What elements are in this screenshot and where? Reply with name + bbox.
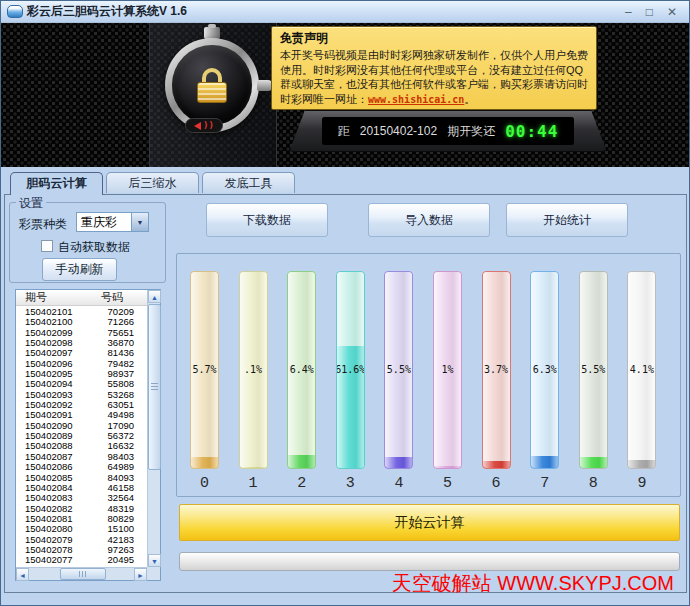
countdown-suffix: 期开奖还	[447, 123, 495, 140]
thumb-grip-icon	[151, 383, 158, 390]
bar-fill	[288, 455, 315, 468]
cell-number: 32564	[92, 493, 134, 503]
bar-category-label: 3	[336, 475, 365, 492]
table-row[interactable]: 15040208332564	[16, 493, 147, 503]
cell-issue: 150402083	[16, 493, 92, 503]
bar-fill	[580, 457, 607, 468]
issue-number: 20150402-102	[360, 124, 437, 138]
window-controls: – □ ✕	[625, 2, 683, 22]
history-table: 期号 号码 1504021017020915040210071266150402…	[15, 289, 161, 581]
watermark-text: 天空破解站 WWW.SKYPJ.COM	[392, 570, 674, 597]
vscrollbar-thumb[interactable]	[148, 304, 161, 470]
bar-category-label: 9	[627, 475, 656, 492]
bar-category-label: 8	[579, 475, 608, 492]
countdown-timer: 00:44	[505, 122, 558, 141]
bar-value-label: 6.4%	[287, 364, 316, 375]
speaker-waves-icon: ))	[203, 121, 214, 130]
auto-fetch-checkbox[interactable]	[41, 240, 53, 252]
bar-category-label: 5	[433, 475, 462, 492]
progress-bar	[179, 552, 680, 571]
tab-fadi-tools[interactable]: 发底工具	[202, 172, 295, 193]
lottery-type-label: 彩票种类	[19, 216, 67, 233]
lock-body	[197, 82, 227, 103]
table-header: 期号 号码	[16, 290, 147, 306]
bar-fill	[531, 456, 558, 468]
disclaimer-box: 免责声明 本开奖号码视频是由时时彩网独家研发制作，仅供个人用户免费使用。时时彩网…	[271, 26, 597, 110]
table-row[interactable]: 15040208664989	[16, 462, 147, 472]
shishicai-link[interactable]: www.shishicai.cn	[368, 94, 464, 105]
maximize-button[interactable]: □	[646, 2, 653, 22]
tab-housan-suoshui[interactable]: 后三缩水	[106, 172, 199, 193]
table-row[interactable]: 15040208015100	[16, 524, 147, 534]
lottery-type-select[interactable]: 重庆彩 ▼	[76, 212, 149, 232]
bar-column-6: 3.7%6	[482, 271, 511, 493]
settings-group-label: 设置	[16, 195, 46, 212]
bar-fill	[628, 460, 655, 468]
probability-bar: 5.5%	[384, 271, 413, 469]
bar-value-label: 3.7%	[482, 364, 511, 375]
scroll-down-icon[interactable]: ▼	[148, 554, 161, 567]
probability-bar: .1%	[239, 271, 268, 469]
mute-button[interactable]: ))	[185, 118, 223, 133]
table-row[interactable]: 15040207720495	[16, 555, 147, 565]
hscrollbar-thumb[interactable]	[60, 568, 106, 580]
bar-value-label: .1%	[239, 364, 268, 375]
digit-probability-chart: 5.7%0.1%16.4%261.6%35.5%41%53.7%66.3%75.…	[176, 253, 681, 497]
bar-column-4: 5.5%4	[384, 271, 413, 493]
window-title: 彩云后三胆码云计算系统V 1.6	[27, 3, 187, 20]
disclaimer-title: 免责声明	[280, 30, 588, 47]
start-cloud-compute-button[interactable]: 开始云计算	[179, 504, 680, 541]
chevron-down-icon[interactable]: ▼	[131, 213, 148, 231]
bar-category-label: 1	[239, 475, 268, 492]
countdown-prefix: 距	[338, 123, 350, 140]
disclaimer-suffix: 。	[464, 93, 475, 105]
scroll-up-icon[interactable]: ▲	[148, 290, 161, 303]
cell-issue: 150402077	[16, 555, 92, 565]
bar-fill	[385, 457, 412, 468]
bar-value-label: 5.7%	[190, 364, 219, 375]
app-window: 彩云后三胆码云计算系统V 1.6 – □ ✕ )) 免责声明 本开奖号码视频是由…	[0, 0, 690, 606]
bar-category-label: 0	[190, 475, 219, 492]
probability-bar: 4.1%	[627, 271, 656, 469]
download-data-button[interactable]: 下载数据	[206, 203, 328, 237]
bar-column-8: 5.5%8	[579, 271, 608, 493]
close-button[interactable]: ✕	[667, 2, 677, 22]
cell-issue: 150402080	[16, 524, 92, 534]
column-header-issue: 期号	[16, 290, 101, 305]
bar-column-1: .1%1	[239, 271, 268, 493]
scroll-left-icon[interactable]: ◄	[16, 568, 29, 581]
bar-column-0: 5.7%0	[190, 271, 219, 493]
vertical-scrollbar[interactable]: ▲ ▼	[147, 290, 160, 567]
tab-bar: 胆码云计算后三缩水发底工具	[10, 172, 295, 195]
bar-column-7: 6.3%7	[530, 271, 559, 493]
probability-bar: 5.7%	[190, 271, 219, 469]
bar-fill	[483, 461, 510, 468]
scrollbar-corner	[147, 567, 160, 580]
bar-value-label: 4.1%	[627, 364, 656, 375]
probability-bar: 1%	[433, 271, 462, 469]
stopwatch-knob-icon	[257, 80, 272, 91]
speaker-icon	[194, 122, 201, 130]
cell-number: 20495	[92, 555, 134, 565]
lottery-type-value: 重庆彩	[77, 213, 131, 231]
start-statistics-button[interactable]: 开始统计	[506, 203, 628, 237]
app-icon	[7, 5, 23, 18]
manual-refresh-button[interactable]: 手动刷新	[42, 258, 117, 281]
cell-issue: 150402086	[16, 462, 92, 472]
bar-fill	[240, 467, 267, 468]
table-body[interactable]: 1504021017020915040210071266150402099756…	[16, 307, 147, 567]
import-data-button[interactable]: 导入数据	[368, 203, 490, 237]
bar-value-label: 6.3%	[530, 364, 559, 375]
probability-bar: 6.4%	[287, 271, 316, 469]
horizontal-scrollbar[interactable]: ◄ ►	[16, 567, 147, 580]
scroll-right-icon[interactable]: ►	[134, 568, 147, 581]
bar-value-label: 5.5%	[579, 364, 608, 375]
minimize-button[interactable]: –	[625, 2, 632, 22]
disclaimer-body: 本开奖号码视频是由时时彩网独家研发制作，仅供个人用户免费使用。时时彩网没有其他任…	[280, 48, 588, 106]
bar-value-label: 61.6%	[336, 364, 365, 375]
auto-fetch-label: 自动获取数据	[58, 239, 130, 256]
probability-bar: 6.3%	[530, 271, 559, 469]
tab-danma-cloud-compute[interactable]: 胆码云计算	[10, 172, 103, 195]
stopwatch-dial	[172, 45, 252, 125]
bar-column-3: 61.6%3	[336, 271, 365, 493]
